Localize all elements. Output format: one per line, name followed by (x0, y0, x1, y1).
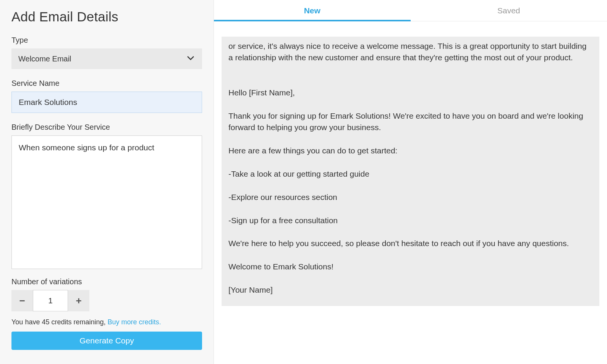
app-root: Add Email Details Type Welcome Email Ser… (0, 0, 607, 364)
tab-new[interactable]: New (214, 0, 411, 21)
service-name-input[interactable] (11, 92, 202, 113)
output-area: or service, it's always nice to receive … (214, 21, 607, 364)
tabs-bar: New Saved (214, 0, 607, 21)
service-name-label: Service Name (11, 79, 202, 88)
type-select-wrapper: Welcome Email (11, 48, 202, 69)
minus-icon: − (19, 295, 25, 307)
buy-more-credits-link[interactable]: Buy more credits. (108, 318, 161, 326)
describe-textarea[interactable] (11, 135, 202, 269)
left-panel: Add Email Details Type Welcome Email Ser… (0, 0, 214, 364)
variations-stepper: − + (11, 290, 202, 311)
generated-output: or service, it's always nice to receive … (222, 37, 599, 306)
right-panel: New Saved or service, it's always nice t… (214, 0, 607, 364)
page-title: Add Email Details (11, 9, 202, 24)
describe-label: Briefly Describe Your Service (11, 123, 202, 132)
credits-line: You have 45 credits remaining, Buy more … (11, 318, 202, 326)
generate-copy-button[interactable]: Generate Copy (11, 332, 202, 350)
increment-button[interactable]: + (68, 290, 89, 311)
variations-label: Number of variations (11, 277, 202, 286)
type-label: Type (11, 36, 202, 45)
type-select[interactable]: Welcome Email (11, 48, 202, 69)
credits-remaining-text: You have 45 credits remaining, (11, 318, 108, 326)
decrement-button[interactable]: − (11, 290, 33, 311)
tab-saved[interactable]: Saved (411, 0, 607, 21)
variations-input[interactable] (33, 290, 68, 311)
plus-icon: + (76, 295, 81, 307)
